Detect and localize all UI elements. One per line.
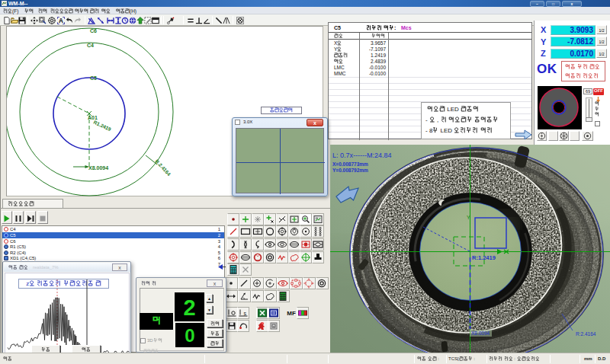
svg-text:R:2.4164: R:2.4164 <box>576 331 596 337</box>
svg-text:C6: C6 <box>90 28 97 34</box>
svg-text:L: 0.7x------M:24.84: L: 0.7x------M:24.84 <box>332 152 392 159</box>
svg-text:Y: Y <box>467 215 470 220</box>
svg-text:X8.0094: X8.0094 <box>471 330 490 336</box>
svg-text:R1.2419: R1.2419 <box>93 120 113 133</box>
svg-text:R:1.2419: R:1.2419 <box>472 254 496 261</box>
svg-text:C5: C5 <box>90 75 97 81</box>
svg-text:Y=0.008792mm: Y=0.008792mm <box>332 168 368 173</box>
svg-text:A: A <box>59 17 63 24</box>
svg-text:X=0.008773mm: X=0.008773mm <box>332 161 368 167</box>
svg-text:C4: C4 <box>87 43 94 48</box>
svg-text:s: s <box>243 311 246 316</box>
svg-text:X8.0094: X8.0094 <box>88 165 108 171</box>
svg-text:MF: MF <box>287 310 296 317</box>
svg-text:R.2.4164: R.2.4164 <box>154 158 172 177</box>
